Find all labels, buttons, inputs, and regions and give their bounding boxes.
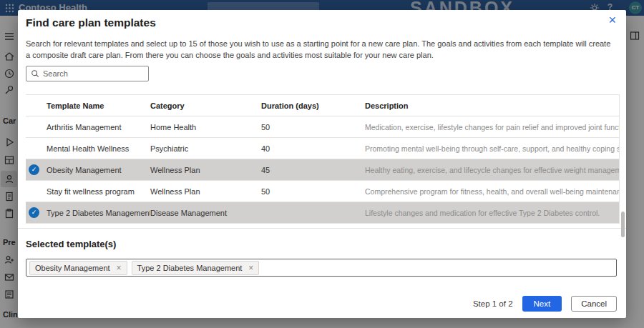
cancel-button[interactable]: Cancel xyxy=(571,296,617,312)
category-cell: Disease Management xyxy=(150,209,261,217)
category-cell: Wellness Plan xyxy=(150,166,261,174)
table-header-row: Template Name Category Duration (days) D… xyxy=(26,95,619,116)
description-cell: Promoting mental well-being through self… xyxy=(365,144,619,153)
next-button[interactable]: Next xyxy=(522,296,562,312)
table-row[interactable]: ✓ Stay fit wellness program Wellness Pla… xyxy=(26,181,619,202)
table-row[interactable]: ✓ Arthritis Management Home Health 50 Me… xyxy=(26,116,619,138)
selected-check-icon: ✓ xyxy=(29,164,39,175)
template-name-cell: Obesity Management xyxy=(47,166,150,174)
scrollbar[interactable] xyxy=(621,212,625,237)
selected-template-tag: Obesity Management × xyxy=(29,261,127,275)
table-row[interactable]: ✓ Type 2 Diabetes Management Disease Man… xyxy=(26,202,619,224)
selected-template-tag: Type 2 Diabetes Management × xyxy=(132,261,260,275)
dialog-footer: Step 1 of 2 Next Cancel xyxy=(473,296,617,312)
dialog-title: Find care plan templates xyxy=(26,16,156,29)
page: Contoso Health SANDBOX ? CT Car xyxy=(0,0,644,328)
template-search-box[interactable] xyxy=(26,66,149,81)
duration-cell: 45 xyxy=(261,166,365,174)
template-name-cell: Stay fit wellness program xyxy=(47,187,150,196)
duration-cell: 50 xyxy=(261,187,365,196)
close-icon[interactable]: × xyxy=(608,13,616,27)
category-cell: Psychiatric xyxy=(150,144,261,153)
description-cell: Comprehensive program for fitness, healt… xyxy=(365,187,619,196)
tag-label: Type 2 Diabetes Management xyxy=(137,264,243,272)
tag-label: Obesity Management xyxy=(35,264,110,272)
remove-tag-icon[interactable]: × xyxy=(248,263,253,273)
table-row[interactable]: ✓ Mental Health Wellness Psychiatric 40 … xyxy=(26,138,619,159)
description-cell: Healthy eating, exercise, and lifecycle … xyxy=(365,166,619,174)
dialog-description: Search for relevant templates and select… xyxy=(26,39,611,61)
templates-table: Template Name Category Duration (days) D… xyxy=(26,94,620,224)
section-divider xyxy=(18,228,626,229)
selected-check-icon: ✓ xyxy=(29,207,39,218)
column-header-duration[interactable]: Duration (days) xyxy=(261,101,365,110)
step-indicator: Step 1 of 2 xyxy=(473,299,513,308)
description-cell: Medication, exercise, lifestyle changes … xyxy=(365,123,619,131)
search-input[interactable] xyxy=(43,69,144,78)
duration-cell: 40 xyxy=(261,144,365,153)
description-cell: Lifestyle changes and medication for eff… xyxy=(365,209,619,217)
template-name-cell: Arthritis Management xyxy=(47,123,150,131)
template-name-cell: Type 2 Diabetes Management xyxy=(47,209,150,217)
column-header-description[interactable]: Description xyxy=(365,101,619,110)
column-header-category[interactable]: Category xyxy=(150,101,261,110)
column-header-template-name[interactable]: Template Name xyxy=(47,101,150,110)
category-cell: Home Health xyxy=(150,123,261,131)
selected-templates-field[interactable]: Obesity Management × Type 2 Diabetes Man… xyxy=(26,259,617,277)
template-name-cell: Mental Health Wellness xyxy=(47,144,150,153)
find-care-plan-templates-dialog: Find care plan templates × Search for re… xyxy=(18,10,626,318)
selected-templates-heading: Selected template(s) xyxy=(26,239,116,249)
category-cell: Wellness Plan xyxy=(150,187,261,196)
duration-cell: 50 xyxy=(261,123,365,131)
search-icon xyxy=(31,69,39,78)
table-row[interactable]: ✓ Obesity Management Wellness Plan 45 He… xyxy=(26,159,619,181)
remove-tag-icon[interactable]: × xyxy=(117,263,122,273)
